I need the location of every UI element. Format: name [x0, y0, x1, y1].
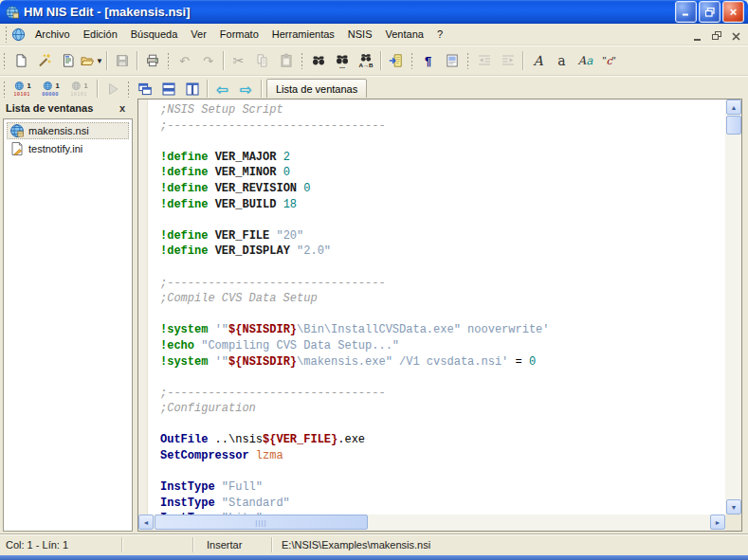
- code-line: ;--------------------------------: [160, 276, 725, 292]
- window-list: makensis.nsitestnotify.ini: [3, 118, 133, 532]
- status-bar: Col: 1 - Lín: 1 Insertar E:\NSIS\Example…: [0, 533, 748, 555]
- document-system-menu-icon[interactable]: [11, 27, 26, 42]
- cut-button[interactable]: ✂: [227, 50, 250, 72]
- toolbar-separator: [207, 80, 208, 99]
- window-list-item[interactable]: makensis.nsi: [7, 122, 129, 139]
- code-line: !define VER_BUILD 18: [160, 197, 725, 213]
- save-button[interactable]: [110, 50, 134, 72]
- toolbar-grip[interactable]: [466, 52, 469, 69]
- svg-text:10101: 10101: [70, 91, 87, 97]
- window-list-panel-header: Lista de ventanas x: [3, 99, 133, 117]
- menu-item-busqueda[interactable]: Búsqueda: [124, 26, 185, 43]
- code-line: !system '"${NSISDIR}\Bin\InstallCVSData.…: [160, 322, 725, 338]
- code-line: ;Configuration: [160, 401, 725, 417]
- vertical-scrollbar[interactable]: ▲ ▼: [725, 99, 741, 515]
- replace-button[interactable]: A→B: [354, 50, 377, 72]
- svg-text:1: 1: [27, 81, 31, 90]
- toolbar-separator: [261, 80, 262, 99]
- print-icon: [145, 53, 160, 68]
- uppercase-icon: A: [533, 54, 542, 67]
- menu-item-formato[interactable]: Formato: [213, 26, 265, 43]
- panel-close-icon[interactable]: x: [116, 102, 129, 114]
- svg-text:1: 1: [56, 81, 60, 90]
- window-list-button[interactable]: Lista de ventanas: [266, 79, 367, 99]
- lowercase-icon: a: [557, 54, 565, 67]
- scroll-right-icon[interactable]: ►: [710, 515, 725, 530]
- window-list-item-label: testnotify.ini: [28, 143, 82, 154]
- toolbar-grip[interactable]: [410, 52, 413, 69]
- menubar-grip[interactable]: [5, 26, 8, 43]
- code-line: [160, 417, 725, 433]
- script-template-button[interactable]: [56, 50, 80, 72]
- mdi-close-icon[interactable]: [729, 28, 742, 41]
- code-line: !system '"${NSISDIR}\makensis.exe" /V1 c…: [160, 354, 725, 370]
- new-button[interactable]: [9, 50, 32, 72]
- vertical-scroll-thumb[interactable]: [726, 116, 741, 135]
- status-extra: [122, 537, 193, 552]
- invert-case-button[interactable]: Aa: [574, 50, 597, 72]
- indent-button[interactable]: [496, 50, 520, 72]
- uppercase-button[interactable]: A: [526, 50, 550, 72]
- menu-item-ver[interactable]: Ver: [184, 26, 213, 43]
- show-symbols-button[interactable]: ¶: [416, 50, 440, 72]
- scrollbar-corner: [725, 515, 741, 531]
- dropdown-caret-icon[interactable]: ▼: [96, 57, 103, 65]
- menu-item-ventana[interactable]: Ventana: [379, 26, 430, 43]
- toolbar-grip[interactable]: [127, 81, 130, 98]
- svg-text:...: ...: [339, 63, 345, 68]
- redo-icon: ↷: [203, 55, 213, 67]
- toolbar-grip[interactable]: [3, 52, 6, 69]
- open-button[interactable]: ▼: [80, 50, 103, 72]
- find-icon: [311, 53, 326, 68]
- menu-item-nsis[interactable]: NSIS: [341, 26, 379, 43]
- toolbar-separator: [106, 51, 107, 70]
- goto-line-button[interactable]: [384, 50, 408, 72]
- print-button[interactable]: [140, 50, 164, 72]
- redo-button[interactable]: ↷: [196, 50, 220, 72]
- select-block-button[interactable]: [440, 50, 464, 72]
- scroll-up-icon[interactable]: ▲: [726, 99, 741, 115]
- run-icon: [105, 81, 120, 97]
- mdi-restore-icon[interactable]: [710, 28, 723, 41]
- menu-item-herramientas[interactable]: Herramientas: [265, 26, 341, 43]
- find-button[interactable]: [306, 50, 330, 72]
- toolbar-grip[interactable]: [301, 52, 303, 69]
- code-line: [160, 134, 725, 150]
- select-block-icon: [445, 53, 460, 68]
- tile-horizontal-icon: [161, 81, 176, 97]
- horizontal-scrollbar[interactable]: ◄ |||| ►: [138, 515, 725, 531]
- scroll-left-icon[interactable]: ◄: [138, 515, 154, 530]
- window-list-item[interactable]: testnotify.ini: [7, 140, 129, 157]
- editor-text-area[interactable]: ;NSIS Setup Script;---------------------…: [148, 99, 725, 515]
- code-line: !define VER_DISPLAY "2.0": [160, 244, 725, 260]
- paste-button[interactable]: [274, 50, 298, 72]
- wizard-button[interactable]: [32, 50, 56, 72]
- menu-item-edicion[interactable]: Edición: [77, 26, 124, 43]
- copy-button[interactable]: [250, 50, 274, 72]
- close-button[interactable]: ×: [722, 1, 744, 23]
- code-line: !define VER_REVISION 0: [160, 181, 725, 197]
- minimize-button[interactable]: [675, 1, 697, 23]
- code-line: [160, 370, 725, 386]
- find-next-icon: ...: [335, 53, 350, 68]
- quote-button[interactable]: "c": [597, 50, 621, 72]
- toolbar-grip[interactable]: [3, 81, 6, 98]
- save-icon: [115, 53, 130, 68]
- toolbar-grip[interactable]: [167, 52, 170, 69]
- horizontal-scroll-thumb[interactable]: ||||: [155, 515, 368, 530]
- undo-button[interactable]: ↶: [173, 50, 196, 72]
- code-line: OutFile ..\nsis${VER_FILE}.exe: [160, 432, 725, 448]
- code-line: !define VER_MINOR 0: [160, 165, 725, 181]
- menu-item-archivo[interactable]: Archivo: [28, 26, 77, 43]
- compile-run-icon: 100000: [41, 81, 62, 97]
- restore-button[interactable]: [699, 1, 721, 23]
- scroll-down-icon[interactable]: ▼: [726, 499, 741, 515]
- code-line: [160, 212, 725, 228]
- mdi-minimize-icon[interactable]: [691, 28, 704, 41]
- window-title: HM NIS Edit - [makensis.nsi]: [24, 5, 673, 19]
- unindent-button[interactable]: [472, 50, 496, 72]
- app-icon[interactable]: [5, 5, 20, 20]
- lowercase-button[interactable]: a: [550, 50, 574, 72]
- find-next-button[interactable]: ...: [330, 50, 354, 72]
- menu-item-ayuda[interactable]: ?: [430, 26, 449, 43]
